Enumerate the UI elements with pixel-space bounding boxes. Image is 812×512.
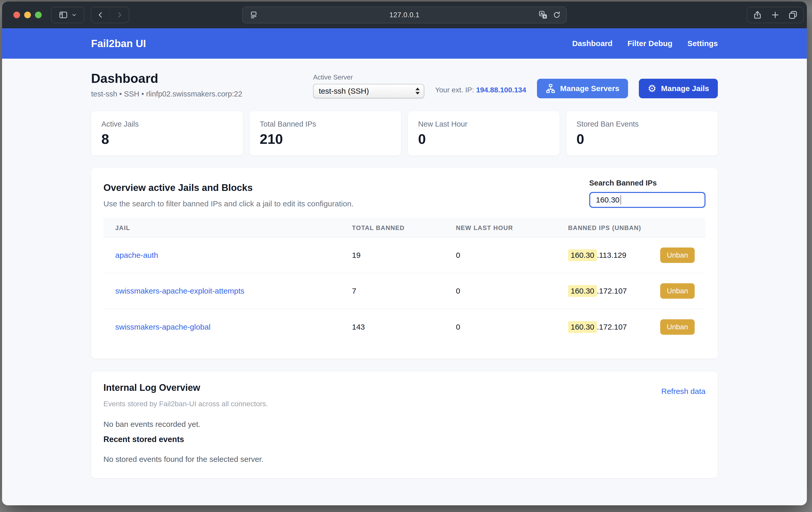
total-banned-value: 143 <box>352 323 456 332</box>
overview-panel: Overview active Jails and Blocks Use the… <box>91 168 718 359</box>
search-value: 160.30 <box>596 196 619 204</box>
table-row: apache-auth 19 0 160.30.113.129 Unban <box>104 237 705 273</box>
no-stored-events-text: No stored events found for the selected … <box>104 455 705 464</box>
history-nav <box>91 7 129 23</box>
stat-value: 210 <box>260 131 391 147</box>
ip-highlight: 160.30 <box>568 285 597 297</box>
stat-label: New Last Hour <box>418 120 549 129</box>
traffic-lights <box>13 2 42 28</box>
stat-value: 8 <box>102 131 233 147</box>
page-title: Dashboard <box>91 72 242 86</box>
refresh-data-link[interactable]: Refresh data <box>661 387 705 396</box>
jail-link[interactable]: swissmakers-apache-exploit-attempts <box>104 287 244 295</box>
stat-label: Total Banned IPs <box>260 120 391 129</box>
internal-log-panel: Internal Log Overview Refresh data Event… <box>91 372 718 478</box>
ip-rest: .172.107 <box>597 323 627 332</box>
desktop-backdrop: 127.0.0.1 A a <box>0 0 812 512</box>
share-icon[interactable] <box>753 10 762 20</box>
unban-button[interactable]: Unban <box>660 319 695 335</box>
ip-rest: .172.107 <box>597 287 627 295</box>
jails-table-header: JAIL TOTAL BANNED NEW LAST HOUR BANNED I… <box>104 219 705 237</box>
chevron-down-icon <box>71 12 77 18</box>
app-brand[interactable]: Fail2ban UI <box>91 38 146 49</box>
sidebar-icon <box>58 10 68 20</box>
page-header: Dashboard test-ssh • SSH • rlinfp02.swis… <box>91 72 718 98</box>
manage-servers-button[interactable]: Manage Servers <box>537 79 628 98</box>
column-header-banned-ips: BANNED IPS (UNBAN) <box>568 224 705 232</box>
page-subtitle: test-ssh • SSH • rlinfp02.swissmakers.co… <box>91 90 242 98</box>
table-row: swissmakers-apache-exploit-attempts 7 0 … <box>104 273 705 309</box>
jails-table: JAIL TOTAL BANNED NEW LAST HOUR BANNED I… <box>104 219 705 345</box>
stat-card-active-jails: Active Jails 8 <box>91 111 243 156</box>
column-header-total-banned: TOTAL BANNED <box>352 224 456 232</box>
active-server-label: Active Server <box>313 73 424 81</box>
stat-label: Stored Ban Events <box>577 120 708 129</box>
table-row: swissmakers-apache-global 143 0 160.30.1… <box>104 309 705 345</box>
svg-text:a: a <box>544 15 546 18</box>
url-text: 127.0.0.1 <box>389 11 419 19</box>
unban-button[interactable]: Unban <box>660 248 695 263</box>
log-description: Events stored by Fail2ban-UI across all … <box>104 400 705 408</box>
reload-icon[interactable] <box>552 10 561 19</box>
ip-highlight: 160.30 <box>568 321 597 333</box>
nav-link-dashboard[interactable]: Dashboard <box>572 39 613 48</box>
external-ip-link[interactable]: 194.88.100.134 <box>476 86 526 94</box>
column-header-new-last-hour: NEW LAST HOUR <box>456 224 568 232</box>
active-server-value: test-ssh (SSH) <box>319 87 369 95</box>
browser-titlebar: 127.0.0.1 A a <box>2 2 807 28</box>
window-minimize-button[interactable] <box>24 11 31 18</box>
external-ip: Your ext. IP:194.88.100.134 <box>435 86 526 98</box>
stat-card-new-last-hour: New Last Hour 0 <box>408 111 560 156</box>
nav-link-settings[interactable]: Settings <box>688 39 718 48</box>
search-banned-ips-input[interactable]: 160.30 <box>589 192 705 208</box>
external-ip-label: Your ext. IP: <box>435 86 474 94</box>
window-zoom-button[interactable] <box>35 11 42 18</box>
back-button[interactable] <box>91 7 110 23</box>
search-banned-ips-label: Search Banned IPs <box>589 179 705 187</box>
app-navbar: Fail2ban UI Dashboard Filter Debug Setti… <box>2 28 807 59</box>
ip-rest: .113.129 <box>597 251 627 260</box>
browser-window: 127.0.0.1 A a <box>2 2 807 505</box>
stat-value: 0 <box>418 131 549 147</box>
page-content: Dashboard test-ssh • SSH • rlinfp02.swis… <box>2 59 807 505</box>
column-header-jail: JAIL <box>104 224 352 232</box>
unban-button[interactable]: Unban <box>660 283 695 299</box>
text-cursor <box>620 195 621 204</box>
new-last-hour-value: 0 <box>456 323 568 332</box>
jail-link[interactable]: apache-auth <box>104 251 158 259</box>
select-arrows-icon <box>415 88 419 95</box>
stat-card-total-banned: Total Banned IPs 210 <box>250 111 401 156</box>
stat-label: Active Jails <box>102 120 233 129</box>
overview-description: Use the search to filter banned IPs and … <box>104 199 353 208</box>
new-last-hour-value: 0 <box>456 287 568 295</box>
ip-highlight: 160.30 <box>568 249 597 261</box>
new-last-hour-value: 0 <box>456 251 568 260</box>
nav-link-filter-debug[interactable]: Filter Debug <box>628 39 672 48</box>
window-close-button[interactable] <box>13 11 20 18</box>
gear-icon: ⚙ <box>647 84 656 93</box>
stat-card-stored-ban-events: Stored Ban Events 0 <box>566 111 718 156</box>
nav-links: Dashboard Filter Debug Settings <box>572 39 718 48</box>
new-tab-icon[interactable] <box>770 10 780 20</box>
log-title: Internal Log Overview <box>104 382 200 393</box>
manage-jails-button[interactable]: ⚙ Manage Jails <box>639 79 718 98</box>
toolbar-right-cluster <box>747 7 804 23</box>
forward-icon <box>116 11 123 19</box>
translate-icon[interactable]: A a <box>539 10 548 20</box>
tabs-overview-icon[interactable] <box>788 10 798 20</box>
jail-link[interactable]: swissmakers-apache-global <box>104 323 210 331</box>
total-banned-value: 7 <box>352 287 456 295</box>
stat-value: 0 <box>577 131 708 147</box>
overview-title: Overview active Jails and Blocks <box>104 182 353 193</box>
sitemap-icon <box>546 84 555 93</box>
no-ban-events-text: No ban events recorded yet. <box>104 420 705 429</box>
recent-stored-events-title: Recent stored events <box>104 435 705 444</box>
page-settings-icon[interactable] <box>249 10 258 19</box>
address-bar[interactable]: 127.0.0.1 A a <box>242 6 567 23</box>
forward-button[interactable] <box>110 7 128 23</box>
sidebar-toggle-button[interactable] <box>51 7 84 23</box>
total-banned-value: 19 <box>352 251 456 260</box>
active-server-select[interactable]: test-ssh (SSH) <box>313 84 424 98</box>
stats-row: Active Jails 8 Total Banned IPs 210 New … <box>91 111 718 156</box>
back-icon <box>97 11 105 19</box>
